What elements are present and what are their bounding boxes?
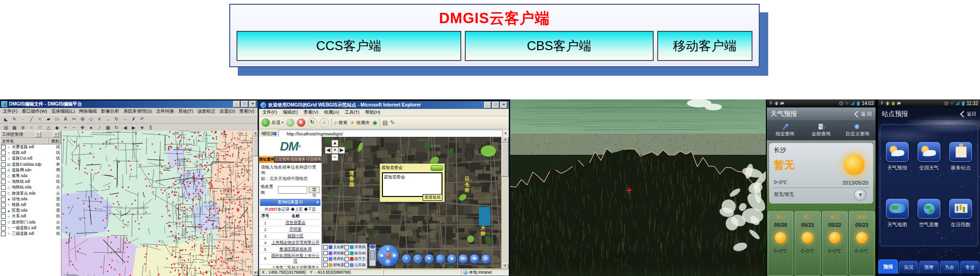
- layer-row[interactable]: ◇ 政府部门.sda 点: [0, 219, 61, 225]
- legend-checkbox[interactable]: [345, 245, 349, 249]
- toolbar-icon[interactable]: ✂: [70, 116, 78, 123]
- layer-checkbox[interactable]: [1, 208, 6, 213]
- close-button[interactable]: ×: [249, 101, 256, 107]
- gis-menu-item[interactable]: 设置(O): [219, 108, 235, 115]
- layer-checkbox[interactable]: [1, 191, 6, 196]
- toolbar-icon[interactable]: ▰: [44, 116, 52, 123]
- ie-menu-item[interactable]: 收藏(A): [324, 109, 339, 116]
- tab-all-query[interactable]: 全部查询: [803, 120, 840, 140]
- layer-row[interactable]: ≈ 水系.sdl 线: [0, 214, 61, 219]
- forward-button[interactable]: →: [286, 118, 295, 127]
- sidebar-tab[interactable]: 公交查询: [275, 156, 290, 163]
- toolbar-icon[interactable]: ∙: [19, 116, 27, 123]
- back-button[interactable]: 返回: [961, 111, 976, 117]
- stop-button[interactable]: ✕: [297, 118, 305, 127]
- layer-checkbox[interactable]: [1, 226, 6, 231]
- search-button[interactable]: ⌕搜索: [334, 119, 348, 126]
- layer-checkbox[interactable]: [1, 162, 6, 167]
- layer-row[interactable]: ≈ 铁路.sdl 线: [0, 202, 61, 208]
- layer-checkbox[interactable]: [1, 185, 6, 190]
- layer-row[interactable]: ≈ 道路.sdl 线: [0, 150, 61, 156]
- layer-row[interactable]: ▤ 道路Cutdata.sdp 表: [0, 162, 61, 168]
- column-filename[interactable]: 文件名: [0, 138, 49, 144]
- sidebar-tab[interactable]: 按址查询: [259, 156, 275, 163]
- forecast-card[interactable]: 周一 05/20 0~0℃: [768, 211, 793, 276]
- result-name-link[interactable]: 国药集团医药控股上海分公司: [270, 253, 321, 264]
- map-tool-button[interactable]: ─: [435, 254, 446, 264]
- locate-button[interactable]: 定位: [309, 187, 320, 193]
- gis-vertical-scrollbar[interactable]: ▲ ▼: [252, 131, 258, 276]
- ie-menu-item[interactable]: 编辑(E): [283, 109, 298, 116]
- maximize-button[interactable]: □: [241, 101, 248, 107]
- toolbar-icon[interactable]: ⇔: [121, 116, 129, 123]
- map-tool-button[interactable]: ★: [447, 254, 457, 264]
- forecast-card[interactable]: 周四 05/23 0~0℃: [849, 211, 875, 276]
- layer-checkbox[interactable]: [1, 203, 6, 207]
- zoom-slider[interactable]: [369, 244, 376, 266]
- gis-menu-item[interactable]: 查看(V): [239, 108, 254, 115]
- results-header[interactable]: 查询结果显示 ▾: [260, 199, 321, 206]
- home-button[interactable]: ⌂: [320, 118, 329, 127]
- toolbar-icon[interactable]: ▭: [53, 116, 61, 123]
- zoom-out-button[interactable]: −: [331, 154, 338, 161]
- app-air-quality[interactable]: 空气质量: [913, 185, 945, 242]
- app-service-stations[interactable]: 服务站点: [945, 128, 977, 185]
- result-row[interactable]: 4 上海顺达物业管理有限公司: [260, 240, 321, 246]
- toolbar-icon[interactable]: ↔: [104, 116, 112, 123]
- legend-checkbox[interactable]: [345, 251, 349, 255]
- map-tool-button[interactable]: ✦: [424, 254, 434, 264]
- minimize-button[interactable]: _: [484, 102, 491, 108]
- tab-item[interactable]: 专业: [960, 261, 980, 274]
- layer-row[interactable]: ▲ 区面.sda 面: [0, 208, 61, 214]
- tab-custom-query[interactable]: 自定义查询: [839, 120, 876, 140]
- map-tool-button[interactable]: +: [401, 254, 412, 264]
- address-input[interactable]: [278, 130, 503, 137]
- gis-menu-item[interactable]: 系统库管理(S): [123, 108, 152, 115]
- sidebar-tab[interactable]: 指路服务: [290, 156, 306, 163]
- result-row[interactable]: 3 丽园小区: [260, 233, 321, 240]
- layer-checkbox[interactable]: [1, 168, 6, 173]
- pan-up-button[interactable]: ▲: [331, 140, 338, 147]
- scroll-up-arrow[interactable]: ▲: [253, 131, 258, 136]
- map-tool-button[interactable]: 3D: [458, 254, 468, 264]
- ie-title-bar[interactable]: 欢迎使用DMGIS的Grid WEBGIS示范站点 - Microsoft In…: [259, 101, 509, 109]
- gis-menu-item[interactable]: 实体编辑(L): [51, 108, 75, 115]
- result-name-link[interactable]: 上海顺达物业管理有限公司: [270, 240, 321, 246]
- toolbar-icon[interactable]: ≡: [95, 116, 104, 123]
- scroll-thumb[interactable]: [502, 142, 509, 177]
- tab-item[interactable]: 预警: [919, 261, 938, 274]
- prev-page-link[interactable]: ◆上页: [291, 207, 303, 212]
- toolbar-icon[interactable]: ↻: [113, 116, 121, 123]
- gis-title-bar[interactable]: DMGIS编辑文件 - DMGIS编辑平台 _ □ ×: [0, 100, 258, 108]
- dpad-center-icon[interactable]: [386, 253, 390, 258]
- pan-right-button[interactable]: ▶: [338, 147, 345, 154]
- legend-checkbox[interactable]: [345, 257, 349, 261]
- gis-menu-item[interactable]: 影像分析: [101, 108, 119, 115]
- dpad-down-icon[interactable]: ▼: [385, 259, 391, 266]
- media-button[interactable]: ◉: [373, 119, 377, 126]
- chevron-down-icon[interactable]: ▾: [316, 199, 319, 206]
- toolbar-icon[interactable]: A: [61, 116, 69, 123]
- back-button[interactable]: 返 回: [855, 111, 872, 117]
- ie-menu-item[interactable]: 文件(F): [262, 109, 277, 116]
- toolbar-icon[interactable]: ≈: [36, 116, 44, 123]
- toolbar-icon[interactable]: ◣: [2, 116, 10, 123]
- dpad-up-icon[interactable]: ▲: [385, 246, 391, 252]
- scroll-up-arrow[interactable]: ▲: [502, 137, 509, 142]
- place-search-input[interactable]: [278, 186, 307, 194]
- dpad-left-icon[interactable]: ◀: [378, 252, 385, 259]
- result-name-link[interactable]: 霞智居委会: [270, 220, 321, 226]
- layer-checkbox[interactable]: [1, 179, 6, 184]
- result-name-link[interactable]: 丽园小区: [270, 233, 321, 239]
- layer-checkbox[interactable]: [1, 220, 6, 225]
- layer-row[interactable]: ≈ 三级道路.sdl 线: [0, 231, 61, 237]
- layer-row[interactable]: ≈ 道路Cut.sdl 线: [0, 156, 61, 161]
- legend-checkbox[interactable]: [323, 263, 328, 267]
- close-button[interactable]: ×: [500, 102, 507, 108]
- ie-menu-item[interactable]: 工具(T): [345, 109, 359, 116]
- legend-checkbox[interactable]: [345, 263, 349, 267]
- gis-menu-item[interactable]: 文件(F): [3, 108, 17, 115]
- layer-checkbox[interactable]: [1, 156, 6, 161]
- minimize-button[interactable]: _: [233, 101, 240, 107]
- layer-checkbox[interactable]: [1, 145, 6, 150]
